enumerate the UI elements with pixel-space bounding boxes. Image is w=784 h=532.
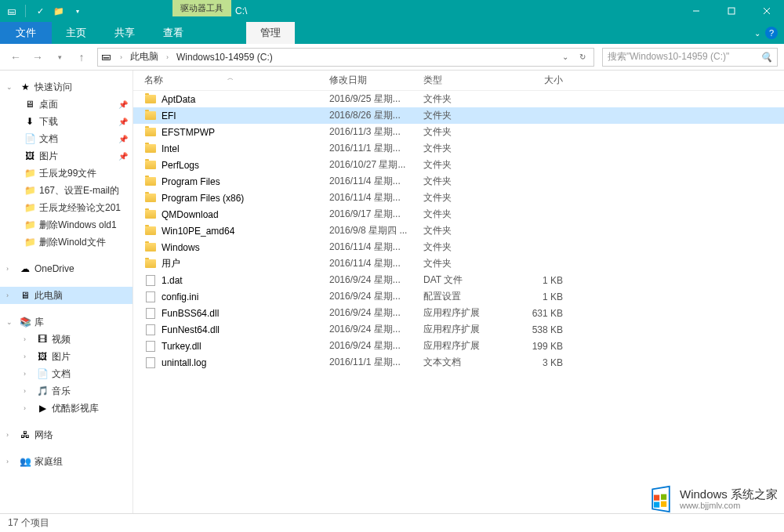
- close-button[interactable]: [749, 0, 784, 22]
- file-row[interactable]: 1.dat 2016/9/24 星期... DAT 文件 1 KB: [133, 272, 784, 288]
- tab-view[interactable]: 查看: [149, 22, 198, 44]
- sidebar-item[interactable]: 📁 删除Windows old1: [0, 216, 132, 233]
- up-button[interactable]: ↑: [72, 48, 91, 67]
- file-name: Turkey.dll: [162, 341, 201, 352]
- qat-dropdown-icon[interactable]: ▾: [70, 3, 85, 19]
- sidebar-item[interactable]: 📁 壬辰龙经验论文201: [0, 199, 132, 216]
- file-row[interactable]: QMDownload 2016/9/17 星期... 文件夹: [133, 206, 784, 223]
- file-row[interactable]: PerfLogs 2016/10/27 星期... 文件夹: [133, 157, 784, 173]
- file-tab[interactable]: 文件: [0, 22, 52, 44]
- refresh-icon[interactable]: ↻: [575, 52, 590, 61]
- file-row[interactable]: FunNest64.dll 2016/9/24 星期... 应用程序扩展 538…: [133, 321, 784, 338]
- history-dropdown-icon[interactable]: ⌄: [557, 52, 573, 61]
- chevron-right-icon[interactable]: ›: [6, 291, 16, 299]
- content-area: ⌄ ★ 快速访问 🖥 桌面 📌⬇ 下载 📌📄 文档 📌🖼 图片 📌📁 壬辰龙99…: [0, 71, 784, 513]
- item-label: 文档: [39, 132, 58, 146]
- chevron-right-icon[interactable]: ›: [24, 353, 33, 360]
- sidebar-item[interactable]: › 🎞 视频: [0, 331, 132, 348]
- file-row[interactable]: Win10PE_amd64 2016/9/8 星期四 ... 文件夹: [133, 223, 784, 239]
- column-name[interactable]: 名称 ︿: [133, 74, 329, 87]
- file-row[interactable]: 用户 2016/11/4 星期... 文件夹: [133, 255, 784, 272]
- recent-dropdown[interactable]: ▾: [50, 48, 69, 67]
- forward-button[interactable]: →: [28, 48, 47, 67]
- minimize-button[interactable]: [678, 0, 713, 22]
- search-icon[interactable]: 🔍: [760, 52, 772, 63]
- sidebar-item[interactable]: ⬇ 下载 📌: [0, 113, 132, 130]
- tab-home[interactable]: 主页: [52, 22, 100, 44]
- search-input[interactable]: 搜索"Windows10-14959 (C:)" 🔍: [602, 48, 778, 67]
- sidebar-this-pc[interactable]: › 🖥 此电脑: [0, 287, 132, 304]
- new-folder-icon[interactable]: 📁: [51, 3, 67, 19]
- chevron-down-icon[interactable]: ⌄: [6, 83, 16, 91]
- breadcrumb-drive[interactable]: Windows10-14959 (C:): [175, 52, 274, 63]
- file-row[interactable]: FunBSS64.dll 2016/9/24 星期... 应用程序扩展 631 …: [133, 305, 784, 321]
- this-pc-label: 此电脑: [34, 289, 63, 302]
- sidebar-quick-access[interactable]: ⌄ ★ 快速访问: [0, 78, 132, 96]
- sidebar-libraries[interactable]: ⌄ 📚 库: [0, 313, 132, 331]
- file-row[interactable]: config.ini 2016/9/24 星期... 配置设置 1 KB: [133, 288, 784, 305]
- file-row[interactable]: EFSTMPWP 2016/11/3 星期... 文件夹: [133, 124, 784, 140]
- column-date[interactable]: 修改日期: [329, 74, 423, 87]
- breadcrumb-this-pc[interactable]: 此电脑: [129, 50, 160, 63]
- sidebar-item[interactable]: 📁 删除Winold文件: [0, 233, 132, 251]
- item-icon: 📁: [24, 236, 36, 248]
- sidebar-item[interactable]: 🖼 图片 📌: [0, 147, 132, 165]
- folder-icon: [145, 144, 156, 153]
- item-label: 视频: [52, 333, 71, 346]
- libraries-icon: 📚: [19, 316, 31, 328]
- cell-name: Intel: [133, 143, 329, 155]
- file-row[interactable]: EFI 2016/8/26 星期... 文件夹: [133, 107, 784, 124]
- file-row[interactable]: Intel 2016/11/1 星期... 文件夹: [133, 140, 784, 157]
- sidebar-network[interactable]: › 🖧 网络: [0, 426, 132, 443]
- chevron-right-icon[interactable]: ›: [24, 404, 33, 412]
- file-row[interactable]: Program Files 2016/11/4 星期... 文件夹: [133, 173, 784, 190]
- cell-type: 应用程序扩展: [423, 323, 510, 336]
- chevron-right-icon[interactable]: ›: [6, 458, 16, 465]
- tab-manage[interactable]: 管理: [246, 22, 295, 44]
- sidebar-onedrive[interactable]: › ☁ OneDrive: [0, 260, 132, 277]
- drive-icon[interactable]: 🖴: [3, 3, 19, 19]
- file-row[interactable]: Windows 2016/11/4 星期... 文件夹: [133, 239, 784, 255]
- search-placeholder: 搜索"Windows10-14959 (C:)": [608, 50, 760, 63]
- file-row[interactable]: Program Files (x86) 2016/11/4 星期... 文件夹: [133, 190, 784, 206]
- pin-icon: 📌: [118, 100, 128, 109]
- onedrive-label: OneDrive: [34, 263, 74, 274]
- chevron-right-icon[interactable]: ›: [24, 370, 33, 378]
- chevron-down-icon[interactable]: ⌄: [6, 318, 16, 326]
- item-label: 壬辰龙经验论文201: [39, 201, 121, 215]
- network-icon: 🖧: [19, 429, 31, 441]
- file-row[interactable]: unintall.log 2016/11/1 星期... 文本文档 3 KB: [133, 354, 784, 371]
- cell-date: 2016/9/25 星期...: [329, 92, 423, 106]
- expand-ribbon-icon[interactable]: ⌄: [754, 29, 760, 38]
- properties-icon[interactable]: ✓: [32, 3, 48, 19]
- sidebar-homegroup[interactable]: › 👥 家庭组: [0, 453, 132, 470]
- help-icon[interactable]: ?: [765, 27, 778, 39]
- item-label: 删除Windows old1: [39, 219, 117, 232]
- sidebar-item[interactable]: 📁 167、设置E-mail的: [0, 182, 132, 199]
- chevron-right-icon[interactable]: ›: [117, 53, 125, 61]
- chevron-right-icon[interactable]: ›: [6, 431, 16, 439]
- cell-date: 2016/11/1 星期...: [329, 356, 423, 369]
- svg-rect-1: [728, 8, 735, 14]
- back-button[interactable]: ←: [6, 48, 25, 67]
- libraries-label: 库: [34, 316, 44, 329]
- file-row[interactable]: AptData 2016/9/25 星期... 文件夹: [133, 91, 784, 107]
- sidebar-item[interactable]: › ▶ 优酷影视库: [0, 400, 132, 417]
- chevron-right-icon[interactable]: ›: [24, 335, 33, 343]
- sidebar-item[interactable]: 📁 壬辰龙99文件: [0, 165, 132, 182]
- chevron-right-icon[interactable]: ›: [6, 265, 16, 273]
- cell-type: DAT 文件: [423, 273, 510, 287]
- maximize-button[interactable]: [713, 0, 749, 22]
- chevron-right-icon[interactable]: ›: [163, 53, 172, 61]
- sidebar-item[interactable]: › 📄 文档: [0, 365, 132, 382]
- file-row[interactable]: Turkey.dll 2016/9/24 星期... 应用程序扩展 199 KB: [133, 338, 784, 354]
- sidebar-item[interactable]: 🖥 桌面 📌: [0, 96, 132, 113]
- sidebar-item[interactable]: › 🖼 图片: [0, 348, 132, 365]
- sidebar-item[interactable]: › 🎵 音乐: [0, 382, 132, 400]
- addressbar[interactable]: 🖴 › 此电脑 › Windows10-14959 (C:) ⌄ ↻: [97, 48, 594, 67]
- sidebar-item[interactable]: 📄 文档 📌: [0, 130, 132, 147]
- chevron-right-icon[interactable]: ›: [24, 387, 33, 395]
- tab-share[interactable]: 共享: [100, 22, 149, 44]
- column-type[interactable]: 类型: [423, 74, 510, 87]
- column-size[interactable]: 大小: [510, 74, 572, 87]
